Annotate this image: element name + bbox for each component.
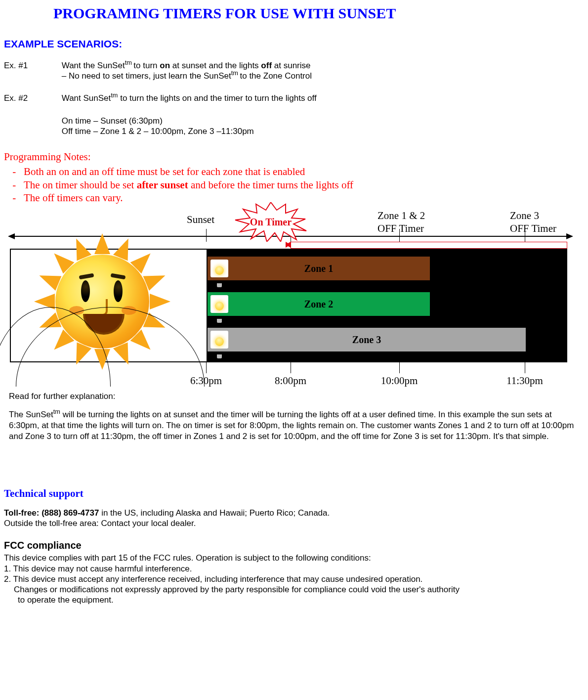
example-2-body: Want SunSettm to turn the lights on and …	[62, 93, 566, 103]
technical-support-heading: Technical support	[4, 487, 586, 500]
timeline-diagram: Sunset Zone 1 & 2OFF Timer Zone 3OFF Tim…	[4, 209, 582, 387]
time-label-1130: 11:30pm	[506, 374, 543, 387]
read-further-body: The SunSettm will be turning the lights …	[9, 409, 581, 442]
technical-support-body: Toll-free: (888) 869-4737 in the US, inc…	[4, 508, 586, 529]
on-timer-label: On Timer	[250, 216, 292, 228]
on-timer-valid-range	[291, 242, 567, 249]
fcc-compliance-heading: FCC compliance	[4, 539, 586, 552]
zone-1-bar: Zone 1	[208, 257, 430, 280]
timeline-box: Zone 1 Zone 2 Zone 3	[10, 249, 567, 362]
range-arrow-right	[286, 242, 291, 248]
zone-2-bar: Zone 2	[208, 292, 430, 316]
read-further-heading: Read for further explanation:	[9, 391, 586, 401]
example-scenarios-heading: EXAMPLE SCENARIOS:	[4, 38, 586, 50]
note-2: The on timer should be set after sunset …	[24, 178, 586, 191]
example-1-body: Want the SunSettm to turn on at sunset a…	[62, 60, 566, 82]
bulb-icon	[210, 295, 228, 313]
programming-notes-heading: Programming Notes:	[4, 150, 586, 163]
time-label-800: 8:00pm	[275, 374, 306, 387]
bulb-icon	[210, 331, 228, 349]
on-timer-burst: On Timer	[231, 202, 310, 242]
time-label-1000: 10:00pm	[381, 374, 418, 387]
bulb-icon	[210, 260, 228, 277]
examples-block: Ex. #1 Want the SunSettm to turn on at s…	[4, 60, 586, 136]
programming-notes-list: Both an on and an off time must be set f…	[4, 165, 586, 204]
zone-3-bar: Zone 3	[208, 328, 526, 351]
zone12-off-label: Zone 1 & 2OFF Timer	[378, 209, 425, 235]
time-label-630: 6:30pm	[190, 374, 222, 387]
daytime-area	[11, 250, 207, 361]
page-title: PROGRAMING TIMERS FOR USE WITH SUNSET	[53, 4, 586, 23]
note-1: Both an on and an off time must be set f…	[24, 165, 586, 178]
zone3-off-label: Zone 3OFF Timer	[510, 209, 556, 235]
example-2-times: On time – Sunset (6:30pm) Off time – Zon…	[62, 116, 566, 137]
example-2-label: Ex. #2	[4, 93, 59, 103]
fcc-compliance-body: This device complies with part 15 of the…	[4, 553, 586, 605]
example-1-label: Ex. #1	[4, 60, 59, 71]
sunset-label: Sunset	[187, 213, 214, 226]
